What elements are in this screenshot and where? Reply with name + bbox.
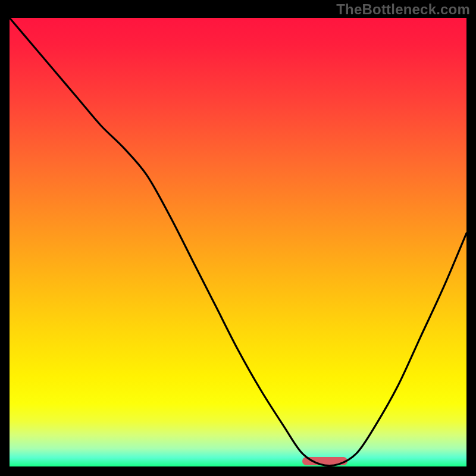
chart-frame: TheBottleneck.com bbox=[0, 0, 476, 476]
watermark-text: TheBottleneck.com bbox=[336, 1, 470, 18]
plot-area bbox=[10, 18, 466, 466]
bottleneck-curve bbox=[10, 18, 466, 466]
